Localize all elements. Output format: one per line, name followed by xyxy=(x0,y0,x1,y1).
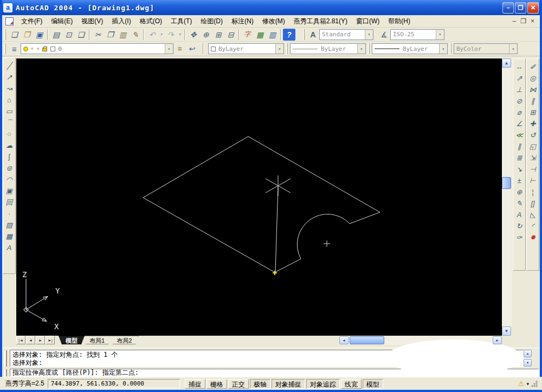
make-object-layer-current-icon[interactable]: ≡ xyxy=(173,43,186,55)
command-scrollbar[interactable]: ▲ ▼ xyxy=(524,350,532,367)
zoom-window-icon[interactable]: ⊞ xyxy=(212,29,224,41)
continue-dimension-icon[interactable]: ≣ xyxy=(513,152,525,164)
save-icon[interactable]: ▣ xyxy=(33,29,46,41)
pan-icon[interactable]: ✥ xyxy=(187,29,199,41)
vertical-scrollbar[interactable]: ▲ ▼ xyxy=(502,58,512,336)
copy-object-icon[interactable]: ◎ xyxy=(527,73,539,84)
help-icon[interactable]: ? xyxy=(283,29,295,41)
zoom-realtime-icon[interactable]: ⊕ xyxy=(199,29,212,41)
insert-block-icon[interactable]: ▣ xyxy=(3,185,15,197)
toolbar-grip[interactable] xyxy=(368,43,370,54)
toggle-otrack[interactable]: 对象追踪 xyxy=(306,379,340,389)
mirror-icon[interactable]: ⋈ xyxy=(527,84,539,95)
plot-preview-icon[interactable]: ⊡ xyxy=(62,29,75,41)
command-scroll-down-icon[interactable]: ▼ xyxy=(524,359,532,367)
dimension-edit-icon[interactable]: ✎ xyxy=(513,198,525,209)
menu-help[interactable]: 帮助(H) xyxy=(384,16,415,27)
color-combo[interactable]: ByLayer ▾ xyxy=(208,43,284,54)
scroll-down-icon[interactable]: ▼ xyxy=(502,326,511,336)
scroll-left-icon[interactable]: ◄ xyxy=(339,336,349,344)
toolbar-grip[interactable] xyxy=(286,43,288,54)
paste-icon[interactable]: ▥ xyxy=(117,29,129,41)
radius-dimension-icon[interactable]: ⊘ xyxy=(513,95,525,107)
revcloud-icon[interactable]: ☁ xyxy=(3,140,15,151)
dimension-text-edit-icon[interactable]: A xyxy=(513,209,525,220)
polyline-icon[interactable]: ↝ xyxy=(3,83,15,94)
layer-manager-icon[interactable]: ≡ xyxy=(8,43,21,55)
toolbar-grip[interactable] xyxy=(4,29,6,40)
mdi-minimize-icon[interactable]: – xyxy=(513,17,517,25)
array-icon[interactable]: ⊞ xyxy=(527,107,539,118)
tab-nav-prev[interactable]: ◄ xyxy=(26,336,35,344)
yanxiu-text-height-icon[interactable]: 字 xyxy=(241,29,254,41)
toolbar-grip[interactable] xyxy=(450,43,451,54)
spline-icon[interactable]: ∫ xyxy=(3,151,15,162)
rotate-icon[interactable]: ↺ xyxy=(527,129,539,141)
minimize-button[interactable]: – xyxy=(502,2,514,14)
menu-modify[interactable]: 修改(M) xyxy=(258,16,289,27)
combo-arrow-icon[interactable]: ▾ xyxy=(275,44,283,54)
explode-icon[interactable]: ✸ xyxy=(527,232,539,243)
quick-leader-icon[interactable]: ↘ xyxy=(513,164,525,175)
chamfer-icon[interactable]: ◺ xyxy=(527,209,539,220)
tab-layout2[interactable]: 布局2 xyxy=(109,336,139,344)
dimension-style-icon[interactable]: ✑ xyxy=(513,232,525,243)
tab-nav-first[interactable]: |◄ xyxy=(16,336,25,344)
command-window-grip[interactable] xyxy=(4,350,7,367)
point-icon[interactable]: ∙ xyxy=(3,208,15,219)
baseline-dimension-icon[interactable]: ∥ xyxy=(513,141,525,152)
menu-tools[interactable]: 工具(T) xyxy=(166,16,196,27)
menu-edit[interactable]: 编辑(E) xyxy=(47,16,77,27)
quick-dimension-icon[interactable]: ≪ xyxy=(513,129,525,141)
circle-icon[interactable]: ○ xyxy=(3,128,15,140)
break-icon[interactable]: [] xyxy=(527,198,539,209)
arc-icon[interactable]: ⌒ xyxy=(3,117,15,128)
tab-layout1[interactable]: 布局1 xyxy=(82,336,112,344)
ellipse-icon[interactable]: ⊜ xyxy=(3,162,15,174)
ellipse-arc-icon[interactable]: ◠ xyxy=(3,174,15,185)
undo-menu-icon[interactable]: ▾ xyxy=(158,29,164,41)
trim-icon[interactable]: ⊣ xyxy=(527,164,539,175)
mdi-close-icon[interactable]: × xyxy=(531,17,534,25)
toggle-snap[interactable]: 捕捉 xyxy=(185,379,205,389)
status-menu-arrow-icon[interactable]: ▾ xyxy=(526,381,529,387)
angular-dimension-icon[interactable]: ∠ xyxy=(513,118,525,129)
combo-arrow-icon[interactable]: ▾ xyxy=(357,44,365,54)
hatch-icon[interactable]: ▨ xyxy=(3,219,15,231)
matchprop-icon[interactable]: ✎ xyxy=(129,29,141,41)
menu-yanxiu-toolbox[interactable]: 燕秀工具箱2.81(Y) xyxy=(289,16,352,27)
menu-draw[interactable]: 绘图(D) xyxy=(196,16,227,27)
copy-icon[interactable]: ❐ xyxy=(104,29,117,41)
open-icon[interactable]: ❒ xyxy=(21,29,33,41)
toolbar-grip[interactable] xyxy=(303,29,305,40)
menu-insert[interactable]: 插入(I) xyxy=(107,16,135,27)
yanxiu-table-icon[interactable]: ▦ xyxy=(254,29,266,41)
aligned-dimension-icon[interactable]: ⇗ xyxy=(513,73,525,84)
new-icon[interactable]: ❏ xyxy=(8,29,21,41)
toggle-polar[interactable]: 极轴 xyxy=(250,379,270,389)
menu-format[interactable]: 格式(O) xyxy=(136,16,166,27)
fillet-icon[interactable]: ◜ xyxy=(527,220,539,232)
offset-icon[interactable]: ∥ xyxy=(527,95,539,107)
linear-dimension-icon[interactable]: ↔ xyxy=(513,61,525,73)
redo-icon[interactable]: ↷ xyxy=(164,29,177,41)
resize-grip[interactable] xyxy=(531,381,538,387)
tab-nav-next[interactable]: ► xyxy=(36,336,45,344)
menu-view[interactable]: 视图(V) xyxy=(77,16,107,27)
diameter-dimension-icon[interactable]: ⌀ xyxy=(513,107,525,118)
text-style-combo[interactable]: Standard ▾ xyxy=(319,29,373,40)
toolbar-grip[interactable] xyxy=(4,43,6,54)
move-icon[interactable]: ✚ xyxy=(527,118,539,129)
redo-menu-icon[interactable]: ▾ xyxy=(177,29,183,41)
linetype-combo[interactable]: ByLayer ▾ xyxy=(290,43,366,54)
menu-dimension[interactable]: 标注(N) xyxy=(227,16,258,27)
mtext-icon[interactable]: A xyxy=(3,242,15,253)
make-block-icon[interactable]: 回 xyxy=(3,197,15,208)
combo-arrow-icon[interactable]: ▾ xyxy=(365,30,373,40)
drawing-canvas[interactable]: ZYX xyxy=(16,58,502,336)
break-point-icon[interactable]: ¦ xyxy=(527,186,539,198)
lineweight-combo[interactable]: ByLayer ▾ xyxy=(372,43,448,54)
publish-icon[interactable]: ❑ xyxy=(75,29,87,41)
menu-file[interactable]: 文件(F) xyxy=(17,16,47,27)
command-scroll-up-icon[interactable]: ▲ xyxy=(524,350,532,357)
